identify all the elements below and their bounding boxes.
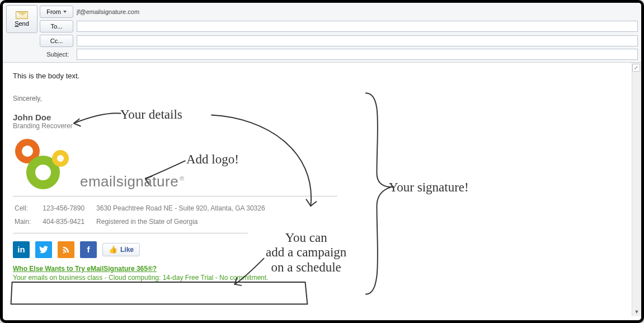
- chevron-down-icon: [63, 11, 67, 13]
- signature-name: John Doe: [13, 113, 631, 122]
- main-label: Main:: [14, 216, 41, 228]
- rss-icon[interactable]: [58, 241, 74, 258]
- send-label: end: [18, 20, 29, 27]
- expand-icon[interactable]: ⤢: [632, 64, 640, 72]
- compose-window: Send From jf@emailsignature.com To...: [0, 0, 644, 323]
- from-button[interactable]: From: [40, 6, 73, 18]
- logo-block: emailsignature®: [13, 139, 631, 190]
- contact-block: Cell: 123-456-7890 3630 Peachtree Road N…: [13, 201, 276, 230]
- cc-button[interactable]: Cc...: [40, 35, 73, 47]
- registered: Registered in the State of Georgia: [96, 216, 275, 228]
- social-row: in f Like: [13, 241, 631, 258]
- divider: [13, 196, 337, 196]
- campaign-headline[interactable]: Who Else Wants to Try eMailSignature 365…: [13, 265, 631, 273]
- address: 3630 Peachtree Road NE - Suite 920, Atla…: [96, 202, 275, 214]
- to-label: To...: [51, 23, 63, 30]
- brand-wordmark: emailsignature®: [80, 173, 185, 190]
- table-row: Cell: 123-456-7890 3630 Peachtree Road N…: [14, 202, 275, 214]
- cell-label: Cell:: [14, 202, 41, 214]
- to-field[interactable]: [77, 21, 638, 32]
- signature-title: Branding Recoverer: [13, 122, 631, 130]
- vertical-scrollbar[interactable]: ⤢ ▲ ▼: [632, 63, 641, 316]
- like-label: Like: [120, 246, 134, 254]
- logo-icon: [13, 139, 80, 190]
- from-value: jf@emailsignature.com: [73, 8, 638, 15]
- scroll-down-icon[interactable]: ▼: [632, 307, 641, 316]
- from-label: From: [46, 8, 61, 15]
- divider: [13, 233, 248, 233]
- table-row: Main: 404-835-9421 Registered in the Sta…: [14, 216, 275, 228]
- subject-label: Subject:: [40, 51, 73, 58]
- cc-label: Cc...: [50, 38, 63, 44]
- signoff: Sincerely,: [13, 95, 631, 102]
- subject-field[interactable]: [77, 49, 638, 60]
- cell-number: 123-456-7890: [42, 202, 95, 214]
- facebook-icon[interactable]: f: [80, 241, 97, 258]
- message-body[interactable]: This is the body text. Sincerely, John D…: [3, 63, 641, 316]
- scroll-track[interactable]: [632, 72, 641, 307]
- send-button[interactable]: Send: [6, 5, 37, 33]
- cc-field[interactable]: [77, 35, 638, 46]
- compose-header: Send From jf@emailsignature.com To...: [3, 3, 641, 63]
- campaign-subline: Your emails on business class - Cloud co…: [13, 274, 631, 282]
- like-button[interactable]: Like: [102, 243, 140, 256]
- main-number: 404-835-9421: [42, 216, 95, 228]
- linkedin-icon[interactable]: in: [13, 241, 30, 258]
- to-button[interactable]: To...: [40, 20, 73, 32]
- envelope-icon: [16, 11, 28, 19]
- twitter-icon[interactable]: [35, 241, 52, 258]
- body-text: This is the body text.: [13, 72, 631, 80]
